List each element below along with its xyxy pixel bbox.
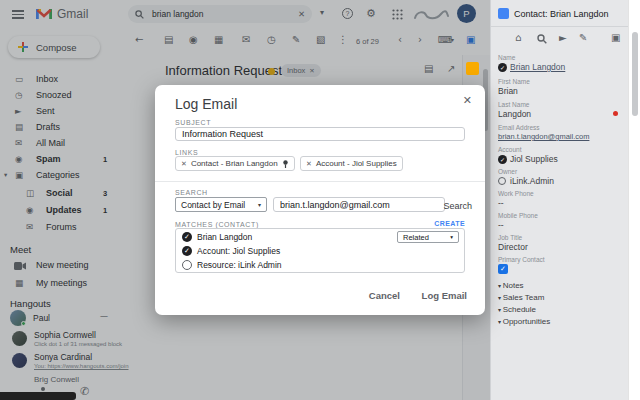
field-label-primary-contact: Primary Contact (498, 256, 545, 263)
field-value-account[interactable]: Jiol Supplies (510, 154, 558, 164)
synced-check-icon: ✓ (498, 63, 507, 72)
page-scrollbar (628, 0, 640, 400)
match-row-brian[interactable]: Brian Langdon (197, 232, 252, 242)
search-section-label: SEARCH (175, 189, 208, 196)
field-value-last-name: Langdon (498, 109, 531, 119)
search-type-select[interactable]: Contact by Email ▾ (175, 197, 267, 212)
link-chip-contact[interactable]: ✕ Contact - Brian Langdon (175, 156, 295, 171)
home-icon[interactable]: ⌂ (515, 33, 521, 43)
match-row-resource[interactable]: Resource: iLink Admin (197, 260, 282, 270)
field-label-account: Account (498, 146, 522, 153)
divider (155, 181, 485, 182)
send-play-icon[interactable]: ► (559, 33, 567, 43)
field-label-email: Email Address (498, 124, 540, 131)
pin-icon[interactable] (282, 160, 289, 168)
cancel-button[interactable]: Cancel (369, 290, 400, 301)
crm-sidebar: Contact: Brian Langdon ⌂ ► ✎ ▣ Name ✓ Br… (490, 0, 628, 400)
section-schedule[interactable]: ▾ Schedule (498, 305, 536, 314)
unselected-radio-icon[interactable] (182, 260, 192, 270)
field-label-job-title: Job Title (498, 234, 522, 241)
section-sales-team[interactable]: ▾ Sales Team (498, 293, 544, 302)
field-value-email[interactable]: brian.t.langdon@gmail.com (498, 132, 589, 141)
expand-panel-icon[interactable]: ▣ (611, 33, 620, 43)
chevron-down-icon: ▾ (450, 234, 453, 240)
alert-dot-icon (613, 111, 618, 116)
taskbar-fragment (0, 392, 76, 400)
create-link[interactable]: CREATE (434, 220, 465, 227)
search-button[interactable]: Search (443, 201, 472, 211)
field-label-last-name: Last Name (498, 101, 529, 108)
field-value-owner[interactable]: iLink.Admin (510, 176, 554, 186)
field-label-name: Name (498, 54, 515, 61)
field-value-mobile-phone: -- (498, 220, 504, 230)
field-value-name[interactable]: Brian Langdon (510, 62, 565, 72)
field-value-job-title: Director (498, 242, 528, 252)
log-email-dialog: Log Email ✕ SUBJECT LINKS ✕ Contact - Br… (155, 85, 485, 315)
field-label-mobile-phone: Mobile Phone (498, 212, 538, 219)
matches-section-label: MATCHES (CONTACT) (175, 221, 259, 228)
subject-field-label: SUBJECT (175, 119, 211, 126)
subject-input[interactable] (175, 127, 465, 141)
selected-check-icon[interactable]: ✓ (182, 246, 192, 256)
links-field-label: LINKS (175, 149, 198, 156)
crm-logo-icon (498, 8, 509, 19)
edit-pencil-icon[interactable]: ✎ (579, 33, 587, 43)
search-icon[interactable] (537, 34, 547, 44)
matches-list: ✓ Brian Langdon Related ▾ ✓ Account: Jio… (175, 228, 465, 273)
dialog-title: Log Email (175, 96, 237, 112)
close-dialog-icon[interactable]: ✕ (463, 94, 472, 107)
remove-chip-icon[interactable]: ✕ (306, 160, 312, 168)
page-scrollbar-thumb[interactable] (632, 32, 638, 116)
crm-sidebar-header: Contact: Brian Langdon (491, 0, 629, 27)
field-label-first-name: First Name (498, 78, 530, 85)
crm-panel-title: Contact: Brian Langdon (514, 9, 609, 19)
chevron-down-icon: ▾ (258, 201, 261, 208)
remove-chip-icon[interactable]: ✕ (181, 160, 187, 168)
section-opportunities[interactable]: ▾ Opportunities (498, 317, 550, 326)
relation-select[interactable]: Related ▾ (397, 231, 459, 243)
primary-contact-checkbox[interactable]: ✓ (498, 264, 508, 274)
field-value-first-name: Brian (498, 86, 518, 96)
log-email-button[interactable]: Log Email (422, 290, 467, 301)
link-chip-account[interactable]: ✕ Account - Jiol Supplies (300, 156, 403, 171)
unsynced-radio-icon (498, 177, 506, 185)
crm-extension-icon[interactable] (466, 62, 479, 75)
screen: Gmail ✕ ▾ ? ⚙ P (0, 0, 640, 400)
field-value-work-phone: -- (498, 198, 504, 208)
field-label-work-phone: Work Phone (498, 190, 534, 197)
synced-check-icon: ✓ (498, 155, 507, 164)
match-row-account[interactable]: Account: Jiol Supplies (197, 246, 280, 256)
field-label-owner: Owner (498, 168, 517, 175)
section-notes[interactable]: ▾ Notes (498, 281, 524, 290)
selected-check-icon[interactable]: ✓ (182, 232, 192, 242)
search-value-input[interactable] (273, 197, 445, 212)
